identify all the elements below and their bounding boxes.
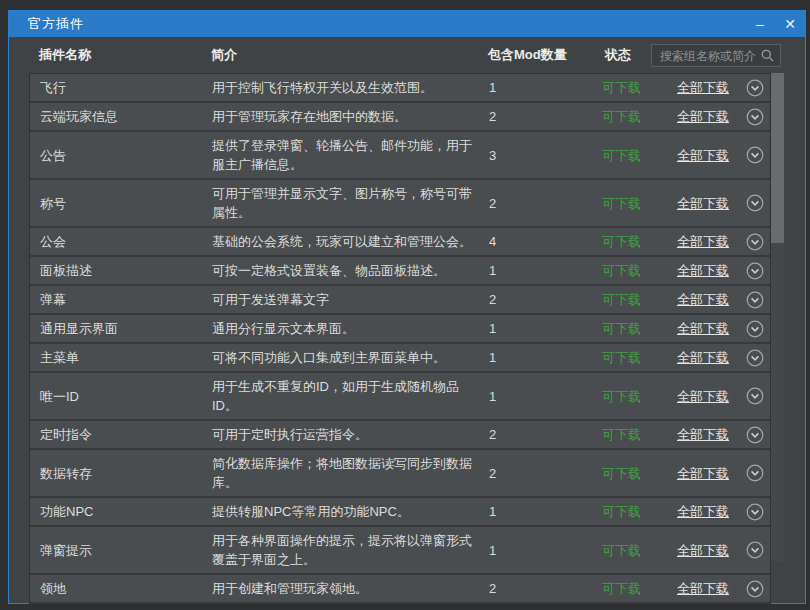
plugin-name: 功能NPC [30,498,212,525]
expand-row-button[interactable] [746,194,764,212]
window-controls: – ✕ [745,11,805,37]
table-row: 公告 提供了登录弹窗、轮播公告、邮件功能，用于服主广播信息。 3 可下载 全部下… [30,132,770,180]
chevron-down-icon [746,464,764,482]
vertical-scrollbar[interactable] [771,73,784,561]
expand-row-button[interactable] [746,464,764,482]
table-row: 云端玩家信息 用于管理玩家存在地图中的数据。 2 可下载 全部下载 [30,103,770,132]
download-all-link[interactable]: 全部下载 [677,257,744,284]
plugin-name: 称号 [30,190,212,217]
plugin-description: 可将不同功能入口集成到主界面菜单中。 [212,344,484,371]
chevron-down-icon [746,426,764,444]
column-header-mod-count: 包含Mod数量 [488,46,567,64]
download-all-link[interactable]: 全部下载 [677,286,744,313]
status-badge: 可下载 [602,344,677,371]
plugin-name: 数据转存 [30,460,212,487]
download-all-link[interactable]: 全部下载 [677,383,744,410]
titlebar: 官方插件 – ✕ [9,11,805,37]
download-all-link[interactable]: 全部下载 [677,142,744,169]
plugin-manager-window: 官方插件 – ✕ 插件名称 简介 包含Mod数量 状态 飞行 用于控制飞行特权开… [8,10,806,604]
status-badge: 可下载 [602,421,677,448]
download-all-link[interactable]: 全部下载 [677,460,744,487]
status-badge: 可下载 [602,537,677,564]
expand-row-button[interactable] [746,349,764,367]
window-title: 官方插件 [28,15,84,33]
plugin-description: 可用于定时执行运营指令。 [212,421,484,448]
mod-count: 3 [484,142,602,169]
expand-row-button[interactable] [746,541,764,559]
minimize-button[interactable]: – [745,11,775,37]
status-badge: 可下载 [602,460,677,487]
download-all-link[interactable]: 全部下载 [677,74,744,101]
expand-row-button[interactable] [746,387,764,405]
download-all-link[interactable]: 全部下载 [677,228,744,255]
expand-row-button[interactable] [746,79,764,97]
download-all-link[interactable]: 全部下载 [677,344,744,371]
mod-count: 1 [484,74,602,101]
plugin-description: 简化数据库操作；将地图数据读写同步到数据库。 [212,450,484,496]
download-all-link[interactable]: 全部下载 [677,537,744,564]
plugin-name: 面板描述 [30,257,212,284]
table-row: 唯一ID 用于生成不重复的ID，如用于生成随机物品ID。 1 可下载 全部下载 [30,373,770,421]
download-all-link[interactable]: 全部下载 [677,315,744,342]
plugin-name: 通用显示界面 [30,315,212,342]
plugin-name: 飞行 [30,74,212,101]
close-button[interactable]: ✕ [775,11,805,37]
table-row: 称号 可用于管理并显示文字、图片称号，称号可带属性。 2 可下载 全部下载 [30,180,770,228]
chevron-down-icon [746,108,764,126]
plugin-description: 提供了登录弹窗、轮播公告、邮件功能，用于服主广播信息。 [212,132,484,178]
status-badge: 可下载 [602,190,677,217]
chevron-down-icon [746,146,764,164]
download-all-link[interactable]: 全部下载 [677,421,744,448]
expand-row-button[interactable] [746,233,764,251]
download-all-link[interactable]: 全部下载 [677,498,744,525]
download-all-link[interactable]: 全部下载 [677,575,744,602]
plugin-description: 用于各种界面操作的提示，提示将以弹窗形式覆盖于界面之上。 [212,527,484,573]
scrollbar-thumb[interactable] [771,73,784,243]
mod-count: 2 [484,575,602,602]
expand-row-button[interactable] [746,580,764,598]
mod-count: 1 [484,383,602,410]
plugin-name: 公会 [30,228,212,255]
plugin-name: 主菜单 [30,344,212,371]
expand-row-button[interactable] [746,503,764,521]
plugin-description: 基础的公会系统，玩家可以建立和管理公会。 [212,228,484,255]
mod-count: 1 [484,257,602,284]
chevron-down-icon [746,387,764,405]
search-box [651,44,781,67]
mod-count: 1 [484,344,602,371]
table-row: 领地 用于创建和管理玩家领地。 2 可下载 全部下载 [30,575,770,604]
table-row: 功能NPC 提供转服NPC等常用的功能NPC。 1 可下载 全部下载 [30,498,770,527]
table-row: 弹幕 可用于发送弹幕文字 2 可下载 全部下载 [30,286,770,315]
mod-count: 2 [484,190,602,217]
mod-count: 1 [484,537,602,564]
plugin-description: 用于生成不重复的ID，如用于生成随机物品ID。 [212,373,484,419]
expand-row-button[interactable] [746,291,764,309]
mod-count: 2 [484,286,602,313]
expand-row-button[interactable] [746,108,764,126]
plugin-name: 唯一ID [30,383,212,410]
table-row: 面板描述 可按一定格式设置装备、物品面板描述。 1 可下载 全部下载 [30,257,770,286]
download-all-link[interactable]: 全部下载 [677,190,744,217]
expand-row-button[interactable] [746,426,764,444]
table-row: 数据转存 简化数据库操作；将地图数据读写同步到数据库。 2 可下载 全部下载 [30,450,770,498]
chevron-down-icon [746,320,764,338]
mod-count: 1 [484,498,602,525]
search-input[interactable] [652,49,761,63]
status-badge: 可下载 [602,142,677,169]
status-badge: 可下载 [602,498,677,525]
close-icon: ✕ [784,16,796,32]
expand-row-button[interactable] [746,262,764,280]
plugin-description: 提供转服NPC等常用的功能NPC。 [212,498,484,525]
expand-row-button[interactable] [746,320,764,338]
chevron-down-icon [746,503,764,521]
download-all-link[interactable]: 全部下载 [677,103,744,130]
plugin-description: 用于控制飞行特权开关以及生效范围。 [212,74,484,101]
chevron-down-icon [746,194,764,212]
chevron-down-icon [746,79,764,97]
plugin-description: 用于创建和管理玩家领地。 [212,575,484,602]
minimize-icon: – [756,16,764,32]
chevron-down-icon [746,541,764,559]
table-row: 定时指令 可用于定时执行运营指令。 2 可下载 全部下载 [30,421,770,450]
expand-row-button[interactable] [746,146,764,164]
table-row: 弹窗提示 用于各种界面操作的提示，提示将以弹窗形式覆盖于界面之上。 1 可下载 … [30,527,770,575]
